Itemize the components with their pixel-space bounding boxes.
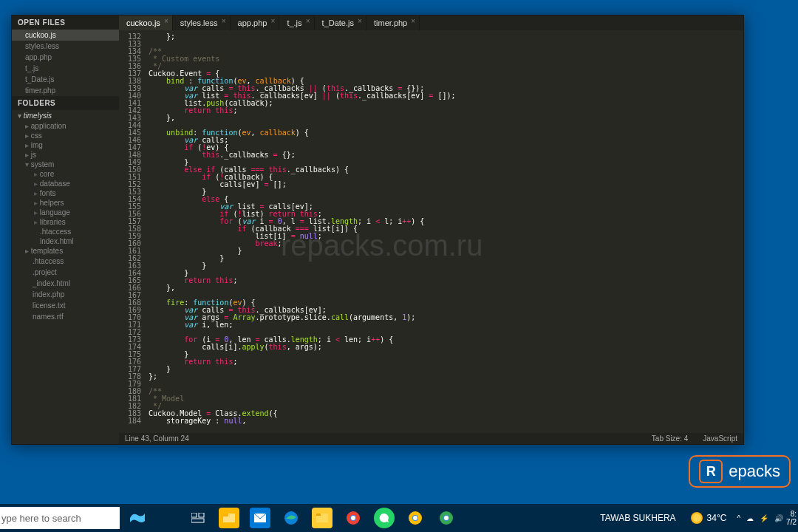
- open-files-list: cuckoo.jsstyles.lessapp.phpt_.jst_Date.j…: [12, 30, 119, 96]
- tab-close-icon[interactable]: ×: [269, 18, 276, 25]
- editor-body: OPEN FILES cuckoo.jsstyles.lessapp.phpt_…: [12, 16, 743, 444]
- system-subfolders: coredatabasefontshelperslanguagelibrarie…: [12, 169, 119, 227]
- taskbar-search-input[interactable]: ype here to search: [0, 507, 120, 529]
- line-number-gutter: 1321331341351361371381391401411421431441…: [119, 30, 144, 433]
- weather-sun-icon: [691, 512, 703, 524]
- tab-bar: cuckoo.js×styles.less×app.php×t_.js×t_Da…: [119, 16, 743, 30]
- repacks-logo-text: epacks: [729, 462, 780, 481]
- file-item[interactable]: names.rtf: [12, 311, 119, 322]
- tab-close-icon[interactable]: ×: [220, 18, 228, 25]
- sidebar-header-folders: FOLDERS: [12, 96, 119, 110]
- editor-tab[interactable]: cuckoo.js×: [119, 16, 173, 30]
- open-file-item[interactable]: timer.php: [12, 85, 119, 96]
- folders-list: applicationcssimgjssystem: [12, 121, 119, 169]
- file-item[interactable]: index.php: [12, 289, 119, 300]
- folder-item[interactable]: system: [12, 160, 119, 169]
- tray-wifi-icon[interactable]: ⚡: [760, 514, 768, 522]
- status-bar: Line 43, Column 24 Tab Size: 4 JavaScrip…: [119, 433, 743, 444]
- system-tray[interactable]: ^ ☁ ⚡ 🔊: [737, 514, 783, 522]
- file-item[interactable]: .project: [12, 267, 119, 278]
- code-content[interactable]: }; /** * Custom events */Cuckoo.Event = …: [144, 30, 743, 433]
- taskbar-weather[interactable]: 34°C: [691, 512, 727, 524]
- open-file-item[interactable]: app.php: [12, 52, 119, 63]
- explorer-icon[interactable]: [219, 508, 239, 528]
- tab-close-icon[interactable]: ×: [304, 18, 312, 25]
- root-files: .htaccess.project_index.htmlindex.phplic…: [12, 256, 119, 322]
- svg-rect-1: [199, 513, 204, 517]
- folder-root[interactable]: timelysis: [12, 110, 119, 121]
- svg-point-17: [444, 516, 449, 520]
- svg-point-11: [351, 516, 355, 520]
- file-item[interactable]: index.html: [12, 236, 119, 246]
- sidebar-header-openfiles: OPEN FILES: [12, 16, 119, 30]
- file-item[interactable]: .htaccess: [12, 227, 119, 236]
- editor-tab[interactable]: app.php×: [231, 16, 280, 30]
- subfolder-item[interactable]: core: [12, 169, 119, 179]
- tab-close-icon[interactable]: ×: [356, 18, 364, 25]
- folder-item[interactable]: js: [12, 150, 119, 160]
- editor-tab[interactable]: t_Date.js×: [315, 16, 366, 30]
- taskbar-user-label[interactable]: TAWAB SUKHERA: [600, 513, 675, 523]
- repacks-logo-icon: R: [699, 460, 723, 483]
- edge-icon[interactable]: [281, 508, 301, 528]
- open-file-item[interactable]: cuckoo.js: [12, 30, 119, 41]
- subfolder-item[interactable]: fonts: [12, 188, 119, 198]
- folder-item[interactable]: img: [12, 140, 119, 150]
- file-item[interactable]: _index.html: [12, 278, 119, 289]
- repacks-badge: R epacks: [689, 455, 791, 488]
- tray-volume-icon[interactable]: 🔊: [774, 514, 783, 522]
- subfolder-item[interactable]: language: [12, 208, 119, 217]
- system-files: .htaccessindex.html: [12, 227, 119, 246]
- tab-close-icon[interactable]: ×: [409, 18, 417, 25]
- folder-item[interactable]: application: [12, 121, 119, 131]
- code-pane[interactable]: 1321331341351361371381391401411421431441…: [119, 30, 743, 433]
- templates-folder[interactable]: templates: [12, 246, 119, 256]
- mail-icon[interactable]: [250, 508, 270, 528]
- tray-cloud-icon[interactable]: ☁: [746, 514, 754, 522]
- editor-area: cuckoo.js×styles.less×app.php×t_.js×t_Da…: [119, 16, 743, 444]
- editor-tab[interactable]: styles.less×: [173, 16, 231, 30]
- subfolder-item[interactable]: database: [12, 179, 119, 188]
- svg-rect-4: [223, 514, 228, 516]
- svg-point-14: [413, 516, 417, 520]
- status-left: Line 43, Column 24: [125, 434, 189, 443]
- chrome-icon-1[interactable]: [343, 508, 364, 528]
- sidebar: OPEN FILES cuckoo.jsstyles.lessapp.phpt_…: [12, 16, 119, 444]
- svg-rect-2: [191, 519, 204, 522]
- taskbar: ype here to search TAWAB SUKHERA 34°C ^ …: [0, 504, 798, 532]
- open-file-item[interactable]: styles.less: [12, 41, 119, 52]
- folder-icon[interactable]: [312, 508, 332, 528]
- chrome-icon-3[interactable]: [436, 508, 457, 528]
- chrome-icon-2[interactable]: [405, 508, 426, 528]
- whatsapp-icon[interactable]: [374, 508, 395, 528]
- editor-tab[interactable]: timer.php×: [366, 16, 420, 30]
- subfolder-item[interactable]: helpers: [12, 198, 119, 208]
- task-view-icon[interactable]: [188, 508, 208, 528]
- svg-rect-0: [191, 513, 197, 517]
- taskbar-clock[interactable]: 8: 7/2: [786, 510, 797, 526]
- file-item[interactable]: license.txt: [12, 300, 119, 311]
- file-item[interactable]: .htaccess: [12, 256, 119, 267]
- open-file-item[interactable]: t_Date.js: [12, 74, 119, 85]
- svg-rect-8: [316, 514, 321, 516]
- editor-window: OPEN FILES cuckoo.jsstyles.lessapp.phpt_…: [11, 15, 744, 445]
- weather-temp: 34°C: [707, 513, 727, 523]
- status-tabsize[interactable]: Tab Size: 4: [652, 434, 688, 443]
- folder-item[interactable]: css: [12, 131, 119, 140]
- tab-close-icon[interactable]: ×: [163, 18, 170, 25]
- tray-chevron-up-icon[interactable]: ^: [737, 514, 740, 522]
- status-language[interactable]: JavaScript: [703, 434, 737, 443]
- editor-tab[interactable]: t_.js×: [279, 16, 314, 30]
- taskbar-pinned-icons: [188, 508, 457, 528]
- subfolder-item[interactable]: libraries: [12, 217, 119, 227]
- open-file-item[interactable]: t_.js: [12, 63, 119, 74]
- cortana-icon[interactable]: [124, 507, 151, 529]
